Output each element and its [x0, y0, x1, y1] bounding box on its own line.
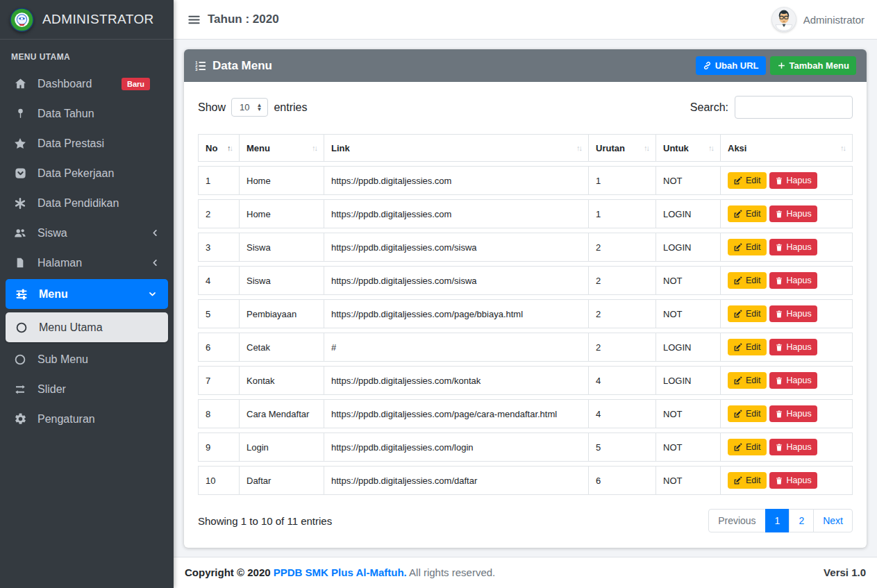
sidebar-item-data-tahun[interactable]: Data Tahun	[0, 99, 174, 128]
edit-pencil-icon	[733, 476, 742, 485]
link-icon	[703, 61, 712, 70]
table-row: 6 Cetak # 2 LOGIN Edit Hapus	[198, 333, 853, 362]
edit-pencil-icon	[733, 376, 742, 385]
edit-button[interactable]: Edit	[728, 172, 767, 189]
sidebar-item-label: Sub Menu	[37, 353, 88, 366]
trash-icon	[775, 210, 783, 219]
hapus-button[interactable]: Hapus	[769, 405, 817, 422]
column-header-urutan[interactable]: Urutan↑↓	[589, 134, 656, 162]
page-length-select[interactable]: 10 ▲▼	[231, 98, 268, 117]
list-ol-icon: 1 2 3	[194, 60, 207, 72]
column-header-aksi[interactable]: Aksi↑↓	[721, 134, 853, 162]
edit-pencil-icon	[733, 343, 742, 352]
sidebar-item-label: Data Prestasi	[37, 137, 104, 150]
chevron-left-icon	[151, 228, 160, 237]
topbar: Tahun : 2020	[174, 0, 877, 40]
sidebar-item-dashboard[interactable]: Dashboard Baru	[0, 69, 174, 99]
sidebar-item-halaman[interactable]: Halaman	[0, 248, 174, 278]
year-context-label: Tahun : 2020	[208, 12, 279, 26]
edit-button[interactable]: Edit	[728, 439, 767, 455]
home-icon	[11, 77, 29, 90]
cell-aksi: Edit Hapus	[721, 466, 853, 495]
edit-button[interactable]: Edit	[728, 405, 767, 422]
panel-body: Show 10 ▲▼ entries Search:	[184, 82, 867, 548]
baru-badge: Baru	[122, 78, 150, 90]
sidebar-item-label: Data Pendidikan	[37, 197, 119, 210]
pagination: Previous 1 2 Next	[708, 509, 853, 532]
cell-aksi: Edit Hapus	[721, 333, 853, 362]
cell-aksi: Edit Hapus	[721, 233, 853, 262]
edit-button[interactable]: Edit	[728, 272, 767, 289]
edit-button[interactable]: Edit	[728, 239, 767, 255]
hapus-button[interactable]: Hapus	[769, 472, 817, 489]
edit-pencil-icon	[733, 443, 742, 452]
edit-button[interactable]: Edit	[728, 339, 767, 355]
hamburger-menu-icon[interactable]	[187, 13, 201, 26]
column-header-link[interactable]: Link↑↓	[324, 134, 589, 162]
cell-link: https://ppdb.digitaljessies.com/daftar	[324, 466, 589, 495]
sidebar-item-sub-menu[interactable]: Sub Menu	[0, 344, 174, 374]
hapus-button[interactable]: Hapus	[769, 339, 817, 355]
cell-untuk: NOT	[656, 466, 721, 495]
sidebar-item-slider[interactable]: Slider	[0, 374, 174, 404]
ubah-url-button[interactable]: Ubah URL	[696, 56, 766, 75]
sidebar-item-data-prestasi[interactable]: Data Prestasi	[0, 128, 174, 158]
tambah-menu-button[interactable]: Tambah Menu	[770, 56, 856, 75]
pagination-previous[interactable]: Previous	[708, 509, 765, 532]
column-header-untuk[interactable]: Untuk↑↓	[656, 134, 721, 162]
version-label: Versi 1.0	[824, 566, 866, 578]
hapus-button[interactable]: Hapus	[769, 305, 817, 322]
sidebar-item-menu-utama[interactable]: Menu Utama	[6, 312, 168, 342]
avatar	[771, 7, 796, 32]
cell-menu: Pembiayaan	[240, 299, 324, 328]
cell-aksi: Edit Hapus	[721, 366, 853, 395]
star-icon	[11, 137, 29, 151]
main-area: Tahun : 2020	[174, 0, 877, 588]
cell-no: 6	[198, 333, 240, 362]
app-name-link[interactable]: PPDB SMK Plus Al-Maftuh.	[274, 566, 407, 578]
cell-aksi: Edit Hapus	[721, 166, 853, 195]
sidebar-item-label: Data Pekerjaan	[37, 167, 114, 180]
hapus-button[interactable]: Hapus	[769, 439, 817, 455]
brand[interactable]: ADMINISTRATOR	[0, 0, 174, 40]
pagination-page-1[interactable]: 1	[765, 509, 790, 532]
column-header-no[interactable]: No↑↓	[198, 134, 240, 162]
edit-button[interactable]: Edit	[728, 472, 767, 489]
cell-urutan: 5	[589, 432, 656, 462]
user-menu[interactable]: Administrator	[771, 7, 865, 32]
edit-button[interactable]: Edit	[728, 305, 767, 322]
panel-title: Data Menu	[212, 59, 272, 73]
edit-button[interactable]: Edit	[728, 205, 767, 222]
sidebar-item-data-pekerjaan[interactable]: Data Pekerjaan	[0, 158, 174, 188]
hapus-button[interactable]: Hapus	[769, 239, 817, 255]
hapus-button[interactable]: Hapus	[769, 205, 817, 222]
edit-button[interactable]: Edit	[728, 372, 767, 389]
table-row: 3 Siswa https://ppdb.digitaljessies.com/…	[198, 233, 853, 262]
cell-untuk: LOGIN	[656, 366, 721, 395]
sidebar-item-menu[interactable]: Menu	[6, 279, 168, 309]
sliders-icon	[12, 287, 31, 301]
cell-link: https://ppdb.digitaljessies.com/login	[324, 432, 589, 462]
pagination-page-2[interactable]: 2	[789, 509, 814, 532]
hapus-button[interactable]: Hapus	[769, 272, 817, 289]
sidebar-item-label: Slider	[37, 383, 66, 396]
cell-urutan: 2	[589, 333, 656, 362]
sort-icon: ↑↓	[312, 144, 317, 152]
edit-pencil-icon	[733, 176, 742, 185]
column-header-menu[interactable]: Menu↑↓	[240, 134, 324, 162]
hapus-button[interactable]: Hapus	[769, 172, 817, 189]
table-row: 7 Kontak https://ppdb.digitaljessies.com…	[198, 366, 853, 395]
pagination-next[interactable]: Next	[813, 509, 853, 532]
sidebar-item-siswa[interactable]: Siswa	[0, 218, 174, 248]
cell-no: 3	[198, 233, 240, 262]
circle-icon	[12, 321, 31, 334]
sidebar-item-data-pendidikan[interactable]: Data Pendidikan	[0, 188, 174, 218]
search-input[interactable]	[735, 96, 853, 119]
sidebar-item-pengaturan[interactable]: Pengaturan	[0, 404, 174, 434]
sidebar-item-label: Menu Utama	[39, 321, 103, 334]
edit-pencil-icon	[733, 410, 742, 419]
cell-untuk: NOT	[656, 399, 721, 428]
exchange-icon	[11, 383, 29, 396]
hapus-button[interactable]: Hapus	[769, 372, 817, 389]
cell-no: 1	[198, 166, 240, 195]
